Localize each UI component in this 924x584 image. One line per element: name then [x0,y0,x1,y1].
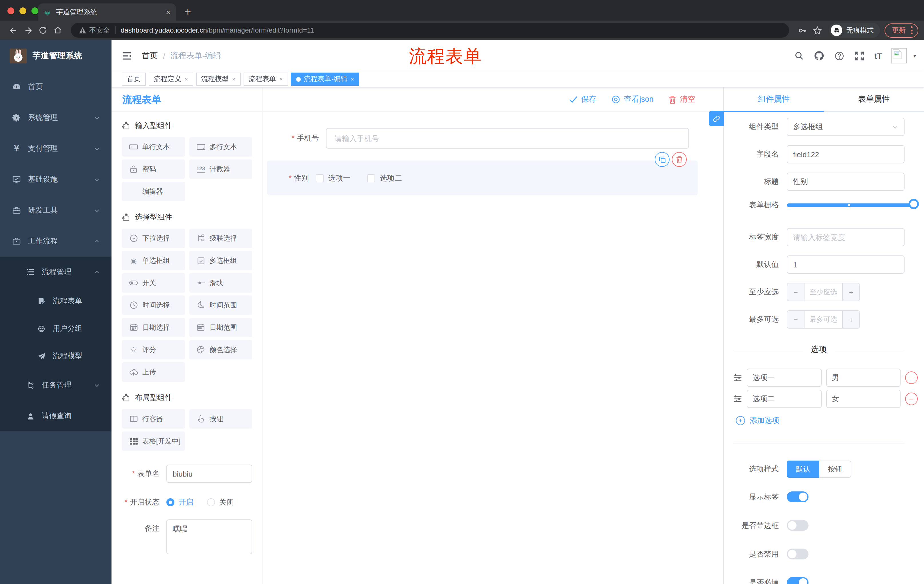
password-key-icon[interactable] [795,23,810,38]
sidebar-item-home[interactable]: 首页 [0,71,112,102]
update-label[interactable]: 更新 [892,25,906,35]
security-warning-icon[interactable] [79,27,86,34]
stepper-plus-button[interactable]: + [842,311,860,328]
tag-close-icon[interactable]: × [185,76,188,82]
status-off-radio[interactable]: 关闭 [207,497,234,507]
reload-icon[interactable] [35,23,50,38]
palette-item-single-text[interactable]: 单行文本 [122,137,185,156]
zoom-window-button[interactable] [31,7,38,14]
save-button[interactable]: 保存 [569,94,596,105]
forward-icon[interactable] [21,23,35,38]
palette-item-time-range[interactable]: 时间范围 [189,295,252,315]
label-width-input[interactable] [787,228,904,246]
palette-item-slider[interactable]: 滑块 [189,273,252,293]
status-on-radio[interactable]: 开启 [167,497,193,507]
form-remark-textarea[interactable]: 嘿嘿 [167,520,252,554]
palette-item-password[interactable]: 密码 [122,160,185,179]
canvas-field-phone[interactable]: 手机号 [277,128,723,148]
border-toggle[interactable] [787,520,808,531]
tag-close-icon[interactable]: × [279,76,283,82]
disabled-toggle[interactable] [787,549,808,559]
minimize-window-button[interactable] [20,7,26,14]
palette-item-cascader[interactable]: 级联选择 [189,229,252,248]
close-window-button[interactable] [7,7,14,14]
address-bar[interactable]: 不安全 dashboard.yudao.iocoder.cn/bpm/manag… [71,23,789,38]
avatar-caret-icon[interactable]: ▾ [913,53,916,59]
option-label-input[interactable] [747,390,822,408]
new-tab-button[interactable]: + [185,6,191,17]
palette-item-textarea[interactable]: 多行文本 [189,137,252,156]
tab-close-icon[interactable]: × [166,8,170,16]
gender-option-2[interactable]: 选项二 [367,173,402,183]
tag-process-definition[interactable]: 流程定义× [148,72,193,86]
browser-update-button[interactable]: 更新 [884,23,918,38]
tag-close-icon[interactable]: × [232,76,236,82]
delete-field-button[interactable] [672,152,687,167]
tab-component-props[interactable]: 组件属性 [724,87,824,112]
sidebar-collapse-icon[interactable] [122,51,132,60]
phone-input[interactable] [326,128,689,148]
palette-item-select[interactable]: 下拉选择 [122,229,185,248]
option-value-input[interactable] [826,390,901,408]
palette-item-color-picker[interactable]: 颜色选择 [189,340,252,359]
sidebar-item-process-form[interactable]: 流程表单 [0,288,112,315]
sidebar-item-leave-query[interactable]: 请假查询 [0,401,112,431]
github-icon[interactable] [814,50,825,61]
remove-option-button[interactable]: − [905,372,918,384]
palette-item-button[interactable]: 按钮 [189,409,252,429]
form-grid-slider[interactable] [787,204,914,207]
sidebar-item-workflow[interactable]: 工作流程 [0,226,112,257]
palette-item-editor[interactable]: 编辑器 [122,182,185,201]
tag-home[interactable]: 首页 [122,72,146,86]
palette-item-switch[interactable]: 开关 [122,273,185,293]
palette-item-radio-group[interactable]: ◉单选框组 [122,251,185,270]
breadcrumb-home[interactable]: 首页 [142,51,158,61]
stepper-minus-button[interactable]: − [787,283,805,301]
sidebar-item-process-model[interactable]: 流程模型 [0,342,112,370]
sidebar-item-payment[interactable]: ¥ 支付管理 [0,133,112,164]
link-handle[interactable] [709,111,724,126]
style-default-button[interactable]: 默认 [787,461,819,478]
browser-menu-icon[interactable] [911,26,912,34]
security-label[interactable]: 不安全 [89,25,110,35]
bookmark-star-icon[interactable] [810,23,825,38]
palette-item-time-picker[interactable]: 时间选择 [122,295,185,315]
stepper-minus-button[interactable]: − [787,311,805,328]
font-size-icon[interactable]: tT [874,51,882,60]
option-label-input[interactable] [747,368,822,387]
default-value-input[interactable] [787,255,904,274]
clear-button[interactable]: 清空 [668,94,695,105]
stepper-plus-button[interactable]: + [842,283,860,301]
title-input[interactable] [787,173,904,191]
tag-process-model[interactable]: 流程模型× [196,72,241,86]
fullscreen-icon[interactable] [855,51,865,61]
tag-process-form[interactable]: 流程表单× [243,72,288,86]
drag-handle-icon[interactable] [733,373,742,382]
palette-item-checkbox-group[interactable]: 多选框组 [189,251,252,270]
copy-field-button[interactable] [655,152,670,167]
palette-item-table[interactable]: 表格[开发中] [122,431,185,451]
back-icon[interactable] [6,23,21,38]
style-button-button[interactable]: 按钮 [819,461,851,478]
palette-item-date-range[interactable]: 日期范围 [189,318,252,337]
gender-option-1[interactable]: 选项一 [316,173,350,183]
sidebar-item-user-group[interactable]: 用户分组 [0,315,112,342]
option-value-input[interactable] [826,368,901,387]
drag-handle-icon[interactable] [733,394,742,403]
show-label-toggle[interactable] [787,492,808,502]
window-controls[interactable] [7,7,38,14]
sidebar-item-system[interactable]: 系统管理 [0,102,112,133]
checkbox[interactable] [367,174,375,182]
avatar[interactable] [892,48,907,63]
sidebar-item-infra[interactable]: 基础设施 [0,164,112,195]
sidebar-item-task-mgmt[interactable]: 任务管理 [0,370,112,401]
tab-form-props[interactable]: 表单属性 [824,87,924,112]
component-type-select[interactable]: 多选框组 [787,118,904,136]
sidebar-item-process-mgmt[interactable]: 流程管理 [0,257,112,288]
max-select-stepper[interactable]: −最多可选+ [787,310,860,329]
search-icon[interactable] [794,51,804,61]
sidebar-item-devtools[interactable]: 研发工具 [0,195,112,226]
palette-item-rate[interactable]: ☆评分 [122,340,185,359]
palette-item-upload[interactable]: 上传 [122,362,185,382]
field-name-input[interactable] [787,145,904,163]
